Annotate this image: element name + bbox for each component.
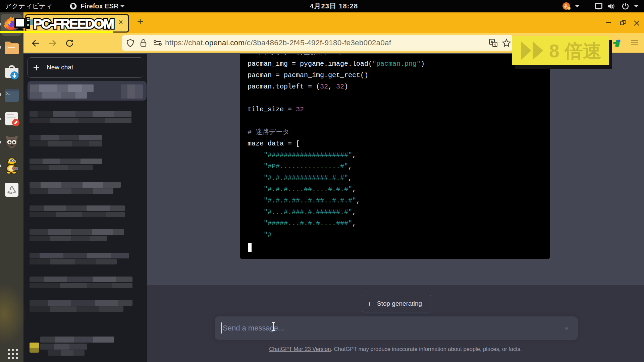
svg-text:文: 文 (494, 43, 497, 47)
